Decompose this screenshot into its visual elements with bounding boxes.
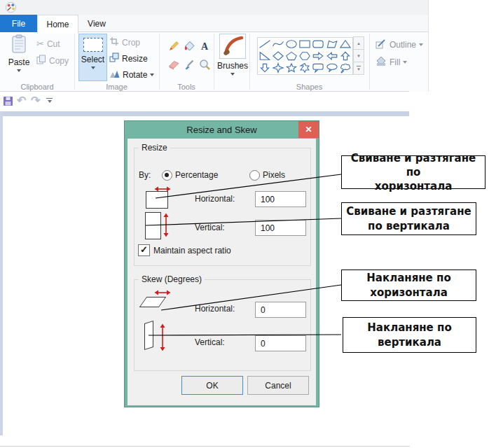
svg-text:A: A [201,41,209,52]
brushes-button[interactable]: Brushes [216,34,249,76]
resize-horizontal-input[interactable] [255,191,306,207]
clipboard-group-caption: Clipboard [0,83,74,91]
rotate-button[interactable]: Rotate [109,69,154,80]
ribbon: Paste ✂ Cut Copy Clipboard Select Crop [0,32,429,92]
hexagon-shape-icon[interactable] [298,50,311,62]
select-button[interactable]: Select [78,34,107,69]
annotation-resize-vertical: Свиване и разтягане по вертикала [341,202,476,235]
scissors-icon: ✂ [36,38,44,49]
arrow-left-shape-icon[interactable] [326,50,338,62]
arrow-down-shape-icon[interactable] [259,62,271,74]
curve-shape-icon[interactable] [272,38,284,50]
text-tool-icon[interactable]: A [197,37,212,55]
skew-horizontal-label: Horizontal: [195,304,235,314]
quick-access-toolbar: ↶ ↷ [0,92,409,111]
paste-dropdown-caret [17,69,21,72]
shapes-group-caption: Shapes [249,83,369,91]
arrow-right-shape-icon[interactable] [312,50,324,62]
by-label: By: [139,170,151,180]
line-shape-icon[interactable] [259,38,271,50]
tab-home[interactable]: Home [37,15,78,34]
image-group-caption: Image [74,83,159,91]
callout-rounded-shape-icon[interactable] [312,62,324,74]
dialog-title: Resize and Skew [186,125,256,135]
cut-button[interactable]: ✂ Cut [36,38,60,49]
ok-button[interactable]: OK [181,376,243,395]
star-5-shape-icon[interactable] [285,62,298,74]
magnifier-tool-icon[interactable] [197,55,212,74]
fill-dropdown[interactable]: Fill [376,55,407,69]
shapes-scroll-up-button[interactable]: ▲ [353,36,364,50]
group-separator [249,34,250,90]
customize-toolbar-icon[interactable] [46,98,53,103]
skew-vertical-icon [144,321,153,350]
fill-bucket-tool-icon[interactable] [181,37,197,55]
diamond-shape-icon[interactable] [272,50,284,62]
callout-cloud-shape-icon[interactable] [339,62,352,74]
eraser-tool-icon[interactable] [166,55,181,74]
shapes-gallery [257,37,353,75]
pentagon-shape-icon[interactable] [285,50,298,62]
rounded-rectangle-shape-icon[interactable] [312,38,324,50]
canvas-bottom-edge [0,446,410,447]
ribbon-tab-bar: File Home View [0,15,429,32]
maintain-aspect-checkbox[interactable]: ✓ [138,244,150,256]
skew-vertical-arrow-icon [159,323,166,354]
resize-button[interactable]: Resize [109,52,148,64]
tab-file[interactable]: File [0,15,37,32]
shapes-more-button[interactable]: ▼ [353,62,364,75]
maintain-aspect-label: Maintain aspect ratio [153,246,231,255]
select-rectangle-icon [83,38,103,52]
paint-logo-icon [5,1,17,16]
tab-view[interactable]: View [77,15,116,32]
redo-icon[interactable]: ↷ [31,94,40,107]
resize-vertical-input[interactable] [255,220,306,236]
percentage-label: Percentage [175,170,218,180]
brush-icon [219,34,246,59]
star-6-shape-icon[interactable] [298,62,311,74]
skew-legend: Skew (Degrees) [139,274,205,284]
close-icon[interactable]: ✕ [298,121,319,138]
dialog-titlebar[interactable]: Resize and Skew ✕ [125,121,319,139]
vertical-arrow-icon [163,213,170,240]
outline-caret [419,43,423,46]
skew-horizontal-input[interactable] [255,302,306,318]
oval-shape-icon[interactable] [285,38,298,50]
annotation-resize-horizontal: Свиване и разтягане по хоризонтала [341,155,485,189]
pencil-tool-icon[interactable] [166,37,181,55]
annotation-skew-vertical: Накланяне по вертикала [343,317,476,353]
resize-vertical-icon [145,212,161,239]
outline-dropdown[interactable]: Outline [376,38,423,51]
triangle-shape-icon[interactable] [339,38,352,50]
polygon-shape-icon[interactable] [326,38,338,50]
percentage-radio[interactable] [162,170,172,181]
paste-button[interactable]: Paste [4,34,34,80]
copy-button[interactable]: Copy [36,55,69,66]
star-4-shape-icon[interactable] [272,62,284,74]
group-separator [369,34,370,90]
skew-vertical-label: Vertical: [195,337,225,347]
pixels-radio[interactable] [249,170,260,181]
window-edge-top [0,111,409,116]
rectangle-shape-icon[interactable] [298,38,311,50]
crop-button[interactable]: Crop [109,36,140,48]
dialog-body: Resize By: Percentage Pixels Horizontal:… [128,139,316,405]
copy-icon [36,55,46,66]
clipboard-icon [11,34,27,56]
shapes-scrollbar: ▲ ▼ ▼ [353,37,364,75]
ribbon-right-edge [428,0,429,92]
save-icon[interactable] [4,97,13,106]
color-picker-tool-icon[interactable] [181,55,197,74]
cancel-button[interactable]: Cancel [247,376,309,395]
shapes-scroll-down-button[interactable]: ▼ [353,49,364,62]
window-title-strip [0,0,429,15]
callout-oval-shape-icon[interactable] [326,62,338,74]
skew-vertical-input[interactable] [255,335,306,351]
arrow-up-shape-icon[interactable] [339,50,352,62]
undo-icon[interactable]: ↶ [17,94,26,107]
group-separator [159,34,160,90]
group-separator [74,34,75,90]
resize-legend: Resize [139,143,170,153]
right-triangle-shape-icon[interactable] [259,50,271,62]
resize-skew-dialog: Resize and Skew ✕ Resize By: Percentage … [124,120,319,407]
